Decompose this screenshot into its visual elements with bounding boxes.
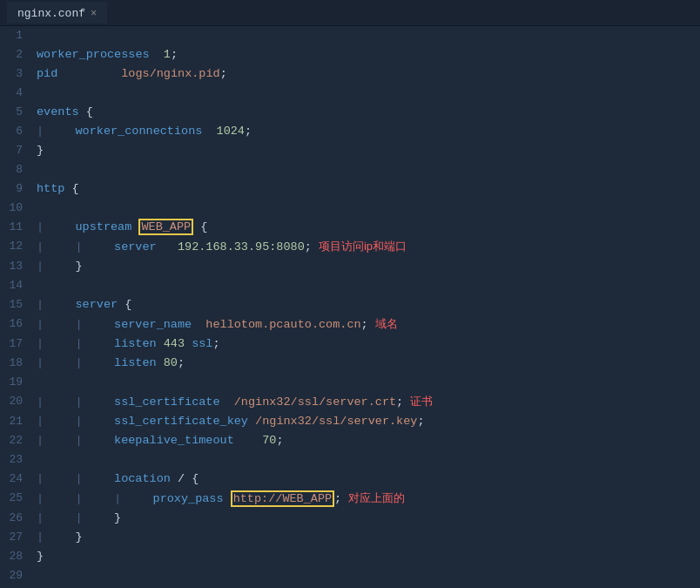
line-8: 8: [0, 160, 700, 179]
tab-filename: nginx.conf: [17, 7, 85, 20]
line-18: 18 | | listen 80;: [0, 354, 700, 373]
line-23: 23: [0, 450, 700, 470]
line-13: 13 | }: [0, 257, 700, 276]
line-19: 19: [0, 373, 700, 392]
line-25: 25 | | | proxy_pass http://WEB_APP;对应上面的: [0, 489, 700, 509]
line-20: 20 | | ssl_certificate /nginx32/ssl/serv…: [0, 392, 700, 412]
line-4: 4: [0, 84, 700, 103]
tab-close-icon[interactable]: ×: [91, 8, 97, 20]
line-14: 14: [0, 276, 700, 295]
line-26: 26 | | }: [0, 509, 700, 528]
title-bar: nginx.conf ×: [0, 0, 700, 26]
line-1: 1: [0, 26, 700, 45]
line-7: 7 }: [0, 141, 700, 160]
line-17: 17 | | listen 443 ssl;: [0, 335, 700, 354]
line-29: 29: [0, 566, 700, 585]
line-11: 11 | upstream WEB_APP {: [0, 218, 700, 237]
annotation-line25: 对应上面的: [348, 491, 405, 504]
line-28: 28 }: [0, 547, 700, 566]
line-21: 21 | | ssl_certificate_key /nginx32/ssl/…: [0, 412, 700, 431]
annotation-line12: 项目访问ip和端口: [319, 240, 407, 253]
tab[interactable]: nginx.conf ×: [7, 2, 107, 24]
line-22: 22 | | keepalive_timeout 70;: [0, 431, 700, 450]
line-9: 9 http {: [0, 179, 700, 199]
line-15: 15 | server {: [0, 295, 700, 314]
line-10: 10: [0, 199, 700, 218]
editor: 1 2 worker_processes 1; 3 pid logs/nginx…: [0, 26, 700, 588]
line-24: 24 | | location / {: [0, 470, 700, 489]
annotation-line16: 域名: [375, 317, 398, 330]
line-5: 5 events {: [0, 103, 700, 122]
line-16: 16 | | server_name hellotom.pcauto.com.c…: [0, 314, 700, 335]
line-3: 3 pid logs/nginx.pid;: [0, 64, 700, 84]
line-12: 12 | | server 192.168.33.95:8080;项目访问ip和…: [0, 237, 700, 257]
line-27: 27 | }: [0, 528, 700, 547]
line-6: 6 | worker_connections 1024;: [0, 122, 700, 141]
annotation-line20: 证书: [410, 395, 433, 408]
line-2: 2 worker_processes 1;: [0, 45, 700, 64]
